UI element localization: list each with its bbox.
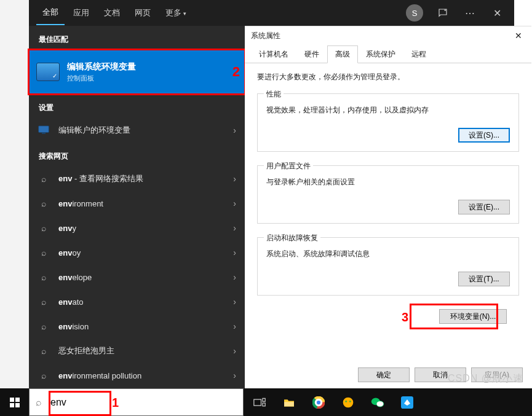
- close-icon[interactable]: ✕: [485, 0, 509, 26]
- performance-label: 性能: [264, 89, 284, 100]
- search-icon: ⌕: [38, 174, 50, 184]
- search-icon: ⌕: [36, 397, 42, 408]
- performance-desc: 视觉效果，处理器计划，内存使用，以及虚拟内存: [266, 105, 510, 116]
- svg-rect-2: [42, 133, 46, 134]
- tab-docs[interactable]: 文档: [98, 1, 126, 25]
- svg-rect-6: [284, 402, 294, 406]
- ok-button[interactable]: 确定: [358, 367, 410, 382]
- svg-point-12: [343, 397, 354, 407]
- user-profile-label: 用户配置文件: [264, 161, 313, 171]
- search-icon: ⌕: [38, 297, 50, 307]
- performance-settings-button[interactable]: 设置(S)...: [458, 128, 510, 143]
- tab-computer-name[interactable]: 计算机名: [251, 45, 296, 63]
- term: env: [58, 371, 72, 380]
- tab-web[interactable]: 网页: [129, 1, 157, 25]
- svg-rect-4: [263, 398, 265, 401]
- best-match-title: 编辑系统环境变量: [67, 61, 136, 73]
- chevron-right-icon: ›: [233, 174, 236, 184]
- term-suf: ironmental pollution: [72, 371, 141, 380]
- svg-point-16: [376, 401, 384, 406]
- chevron-right-icon: ›: [233, 371, 236, 380]
- web-result-envision[interactable]: ⌕ envision ›: [29, 314, 245, 339]
- task-view-icon[interactable]: [245, 388, 274, 416]
- control-panel-icon: [36, 63, 60, 81]
- term: env: [58, 174, 72, 183]
- tab-remote[interactable]: 远程: [403, 45, 434, 63]
- taskbar-search-box[interactable]: ⌕ 1: [29, 388, 244, 416]
- term: env: [58, 199, 72, 208]
- user-profile-desc: 与登录帐户相关的桌面设置: [266, 177, 510, 187]
- feedback-icon[interactable]: [431, 0, 455, 26]
- chevron-right-icon: ›: [233, 321, 236, 331]
- dialog-close-button[interactable]: ✕: [509, 29, 528, 42]
- avatar[interactable]: S: [406, 4, 423, 22]
- svg-rect-5: [263, 402, 265, 406]
- chrome-icon[interactable]: [304, 388, 333, 416]
- file-explorer-icon[interactable]: [274, 388, 304, 416]
- chevron-right-icon: ›: [233, 248, 236, 257]
- best-match-header: 最佳匹配: [29, 26, 245, 50]
- annotation-label-1: 1: [112, 396, 119, 410]
- dialog-title: 系统属性: [251, 31, 280, 41]
- app-icon-1[interactable]: [333, 388, 363, 416]
- apply-button[interactable]: 应用(A): [471, 367, 523, 382]
- tab-more[interactable]: 更多▾: [159, 1, 193, 25]
- svg-point-11: [316, 400, 321, 405]
- chevron-right-icon: ›: [233, 346, 236, 356]
- term-suf: ato: [72, 297, 83, 307]
- best-match-item[interactable]: 编辑系统环境变量 控制面板 2: [29, 50, 245, 94]
- search-icon: ⌕: [38, 321, 50, 331]
- svg-point-14: [349, 400, 351, 402]
- settings-item-env-user[interactable]: 编辑帐户的环境变量 ›: [29, 118, 245, 143]
- more-icon[interactable]: ⋯: [458, 0, 482, 26]
- term-suf: oy: [72, 248, 81, 257]
- search-icon: ⌕: [38, 223, 50, 233]
- admin-notice: 要进行大多数更改，你必须作为管理员登录。: [257, 72, 519, 82]
- web-result-env-pollution[interactable]: ⌕ environmental pollution ›: [29, 363, 245, 388]
- tab-hardware[interactable]: 硬件: [296, 45, 327, 63]
- web-result-env[interactable]: ⌕ env - 查看网络搜索结果 ›: [29, 167, 245, 191]
- startup-settings-button[interactable]: 设置(T)...: [458, 272, 510, 286]
- windows-search-panel: 全部 应用 文档 网页 更多▾ S ⋯ ✕ 最佳匹配 编辑系统环境变量 控制面板…: [29, 0, 245, 388]
- term: env: [58, 248, 72, 257]
- term: env: [58, 322, 72, 331]
- web-result-envato[interactable]: ⌕ envato ›: [29, 289, 245, 314]
- term: env: [58, 224, 72, 233]
- web-result-envoy[interactable]: ⌕ envoy ›: [29, 240, 245, 265]
- tab-more-label: 更多: [165, 8, 181, 17]
- tab-protection[interactable]: 系统保护: [358, 45, 403, 63]
- cancel-button[interactable]: 取消: [415, 367, 466, 382]
- dialog-title-bar: 系统属性 ✕: [245, 26, 531, 45]
- term: env: [58, 273, 72, 282]
- startup-label: 启动和故障恢复: [264, 233, 320, 243]
- annotation-label-2: 2: [232, 64, 240, 80]
- web-result-envelope[interactable]: ⌕ envelope ›: [29, 265, 245, 289]
- chevron-right-icon: ›: [233, 198, 236, 208]
- term-suf: y: [72, 224, 76, 233]
- wechat-icon[interactable]: [363, 388, 392, 416]
- term-suf: ision: [72, 322, 89, 331]
- term: env: [58, 297, 72, 307]
- start-button[interactable]: [0, 388, 29, 416]
- web-result-environment[interactable]: ⌕ environment ›: [29, 191, 245, 216]
- search-icon: ⌕: [38, 272, 50, 282]
- svg-point-0: [445, 9, 446, 10]
- web-result-cn[interactable]: ⌕ 恶女拒绝泡男主 ›: [29, 339, 245, 363]
- annotation-box-2: [28, 49, 246, 95]
- svg-point-13: [345, 400, 347, 402]
- tab-apps[interactable]: 应用: [67, 1, 95, 25]
- suffix: - 查看网络搜索结果: [72, 174, 143, 183]
- windows-logo-icon: [10, 398, 20, 407]
- web-result-envy[interactable]: ⌕ envy ›: [29, 216, 245, 240]
- settings-header: 设置: [29, 94, 245, 118]
- app-icon-2[interactable]: [392, 388, 422, 416]
- chevron-right-icon: ›: [233, 272, 236, 282]
- term: 恶女拒绝泡男主: [58, 345, 114, 356]
- svg-rect-3: [254, 399, 261, 406]
- tab-advanced[interactable]: 高级: [327, 45, 358, 63]
- taskbar-pinned-area: [245, 388, 422, 416]
- user-profile-settings-button[interactable]: 设置(E)...: [458, 200, 510, 214]
- environment-variables-button[interactable]: 环境变量(N)...: [439, 309, 507, 324]
- tab-all[interactable]: 全部: [36, 1, 65, 25]
- user-profile-group: 用户配置文件 与登录帐户相关的桌面设置 设置(E)...: [257, 165, 519, 224]
